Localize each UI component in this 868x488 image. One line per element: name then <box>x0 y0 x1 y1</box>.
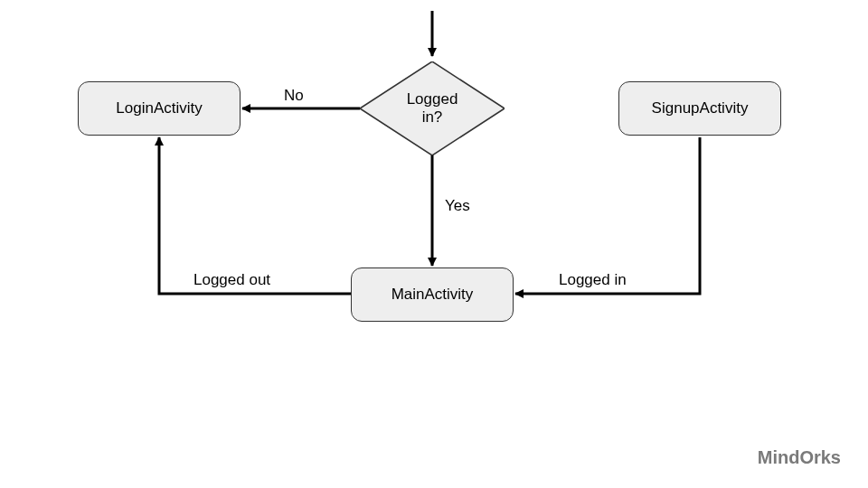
node-main-label: MainActivity <box>392 286 474 304</box>
edge-label-no: No <box>282 87 306 105</box>
node-login-label: LoginActivity <box>116 99 202 117</box>
node-signup-activity: SignupActivity <box>618 81 781 136</box>
edge-label-yes: Yes <box>443 197 472 215</box>
decision-logged-in: Logged in? <box>360 61 505 155</box>
edge-label-logged-out: Logged out <box>192 271 272 289</box>
attribution-text: MindOrks <box>758 447 841 468</box>
node-main-activity: MainActivity <box>351 267 514 322</box>
edge-label-logged-in: Logged in <box>557 271 628 289</box>
decision-label: Logged in? <box>407 90 458 127</box>
node-login-activity: LoginActivity <box>78 81 241 136</box>
node-signup-label: SignupActivity <box>652 99 749 117</box>
